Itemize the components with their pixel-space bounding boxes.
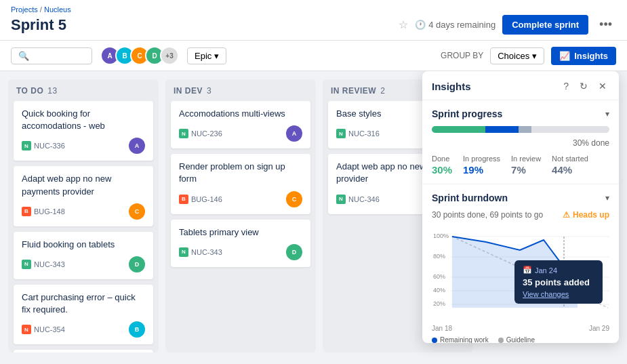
insights-panel: Insights ? ↻ ✕ Sprint progress ▾ 30% don…: [422, 71, 619, 343]
card[interactable]: Quick booking for accomodations - web N …: [14, 101, 153, 161]
refresh-icon-button[interactable]: ↻: [577, 79, 590, 93]
card-meta: N NUC-343 D: [179, 244, 302, 260]
card-meta: B BUG-148 C: [22, 203, 145, 220]
card-meta: N NUC-236 A: [179, 125, 302, 142]
legend-guideline: Guideline: [498, 336, 535, 343]
stat-inprogress: In progress 19%: [463, 155, 500, 176]
close-icon-button[interactable]: ✕: [596, 79, 609, 93]
chart-x-labels: Jan 18 Jan 29: [432, 325, 609, 332]
epic-filter-button[interactable]: Epic ▾: [187, 47, 226, 64]
card[interactable]: Cart purchasing error – quick fix requir…: [14, 285, 153, 344]
badge-red: B: [179, 195, 188, 204]
insights-panel-header: Insights ? ↻ ✕: [422, 71, 619, 100]
progress-label: 30% done: [432, 138, 609, 148]
breadcrumb: Projects / Nucleus: [11, 5, 616, 14]
chart-icon: 📈: [559, 51, 570, 61]
tooltip-view-changes-link[interactable]: View changes: [523, 290, 569, 298]
days-remaining: 🕐 4 days remaining: [415, 20, 495, 30]
calendar-icon: 📅: [523, 266, 532, 275]
tooltip-date: 📅 Jan 24: [523, 266, 594, 275]
star-icon[interactable]: ☆: [399, 18, 408, 31]
column-todo-header: TO DO 13: [8, 79, 159, 101]
breadcrumb-projects[interactable]: Projects: [11, 5, 38, 14]
card-meta: N NUC-354 B: [22, 321, 145, 338]
kanban-board: TO DO 13 Quick booking for accomodations…: [0, 71, 627, 361]
breadcrumb-nucleus[interactable]: Nucleus: [44, 5, 71, 14]
progress-notstarted-segment: [531, 126, 609, 133]
column-indev-body: Accomodations multi-views N NUC-236 A Re…: [165, 101, 316, 352]
card-id: N NUC-346: [336, 195, 380, 204]
header-actions: ☆ 🕐 4 days remaining Complete sprint •••: [399, 15, 616, 35]
insights-panel-actions: ? ↻ ✕: [561, 79, 609, 93]
burndown-tooltip: 📅 Jan 24 35 points added View changes: [514, 260, 603, 304]
avatar-count[interactable]: +3: [160, 46, 179, 65]
progress-bar: [432, 126, 609, 133]
card-title: Fluid booking on tablets: [22, 239, 145, 251]
card[interactable]: Adapt web app no new payments provider B…: [14, 166, 153, 226]
card-meta: N NUC-343 D: [22, 256, 145, 272]
burndown-chart: 100% 80% 60% 40% 20%: [432, 226, 609, 335]
progress-review-segment: [519, 126, 531, 133]
card-id: N NUC-336: [22, 141, 65, 150]
complete-sprint-button[interactable]: Complete sprint: [502, 15, 588, 35]
svg-text:100%: 100%: [433, 232, 449, 239]
svg-text:40%: 40%: [433, 287, 445, 294]
card-id: N NUC-236: [179, 129, 222, 138]
avatar-group[interactable]: A B C D +3: [100, 46, 179, 65]
insights-button[interactable]: 📈 Insights: [551, 47, 616, 65]
page-title: Sprint 5: [11, 16, 66, 34]
page-header: Projects / Nucleus Sprint 5 ☆ 🕐 4 days r…: [0, 0, 627, 41]
toolbar: 🔍 A B C D +3 Epic ▾ GROUP BY Choices ▾ 📈…: [0, 41, 627, 71]
search-icon: 🔍: [18, 51, 29, 61]
card[interactable]: Accomodations multi-views N NUC-236 A: [171, 101, 310, 148]
choices-button[interactable]: Choices ▾: [490, 47, 544, 64]
chart-legend: Remaining work Guideline: [432, 336, 609, 343]
column-indev: IN DEV 3 Accomodations multi-views N NUC…: [165, 79, 316, 352]
svg-text:60%: 60%: [433, 273, 445, 280]
heads-up-badge: ⚠ Heads up: [563, 210, 609, 220]
search-box[interactable]: 🔍: [11, 47, 92, 64]
help-icon-button[interactable]: ?: [561, 79, 571, 93]
badge-green: N: [22, 260, 31, 269]
toolbar-left: 🔍 A B C D +3 Epic ▾: [11, 46, 226, 65]
chevron-down-icon: ▾: [605, 109, 609, 119]
card[interactable]: Tablets primary view N NUC-343 D: [171, 220, 310, 267]
badge-green: N: [336, 129, 346, 138]
card-title: Quick booking for accomodations - web: [22, 108, 145, 132]
card-avatar: D: [286, 244, 302, 260]
legend-dot-guideline: [498, 338, 504, 343]
progress-stats: Done 30% In progress 19% In review 7% No…: [432, 155, 609, 176]
stat-notstarted: Not started 44%: [552, 155, 588, 176]
card-id: N NUC-316: [336, 129, 380, 138]
tooltip-value: 35 points added: [523, 277, 594, 287]
card-meta: B BUG-146 C: [179, 191, 302, 207]
badge-red: B: [22, 207, 31, 216]
progress-done-segment: [432, 126, 485, 133]
stat-review: In review 7%: [511, 155, 541, 176]
card-meta: N NUC-336 A: [22, 138, 145, 154]
chevron-down-icon: ▾: [214, 51, 219, 61]
card[interactable]: Render problem on sign up form B BUG-146…: [171, 154, 310, 214]
svg-text:80%: 80%: [433, 253, 445, 260]
sprint-burndown-section: Sprint burndown ▾ 30 points done, 69 poi…: [422, 184, 619, 343]
card-id: N NUC-343: [22, 260, 65, 269]
card-title: Accomodations multi-views: [179, 108, 302, 120]
stat-done: Done 30%: [432, 155, 452, 176]
badge-green: N: [179, 129, 188, 138]
card-avatar: C: [286, 191, 302, 207]
warning-icon: ⚠: [563, 210, 570, 220]
card[interactable]: Fluid booking on tablets N NUC-343 D: [14, 232, 153, 279]
card-title: Adapt web app no new payments provider: [22, 173, 145, 197]
legend-remaining-work: Remaining work: [432, 336, 489, 343]
column-indev-header: IN DEV 3: [165, 79, 316, 101]
card-avatar: C: [129, 203, 145, 220]
card[interactable]: Multi-dest search UI web N NUC-338 E: [14, 350, 153, 352]
toolbar-right: GROUP BY Choices ▾ 📈 Insights: [441, 47, 616, 65]
card-id: N NUC-354: [22, 325, 65, 334]
more-options-button[interactable]: •••: [595, 15, 616, 35]
clock-icon: 🕐: [415, 20, 426, 30]
card-id: B BUG-148: [22, 207, 65, 216]
badge-green: N: [22, 141, 31, 150]
burndown-subtitle: 30 points done, 69 points to go ⚠ Heads …: [432, 210, 609, 220]
card-avatar: D: [129, 256, 145, 272]
